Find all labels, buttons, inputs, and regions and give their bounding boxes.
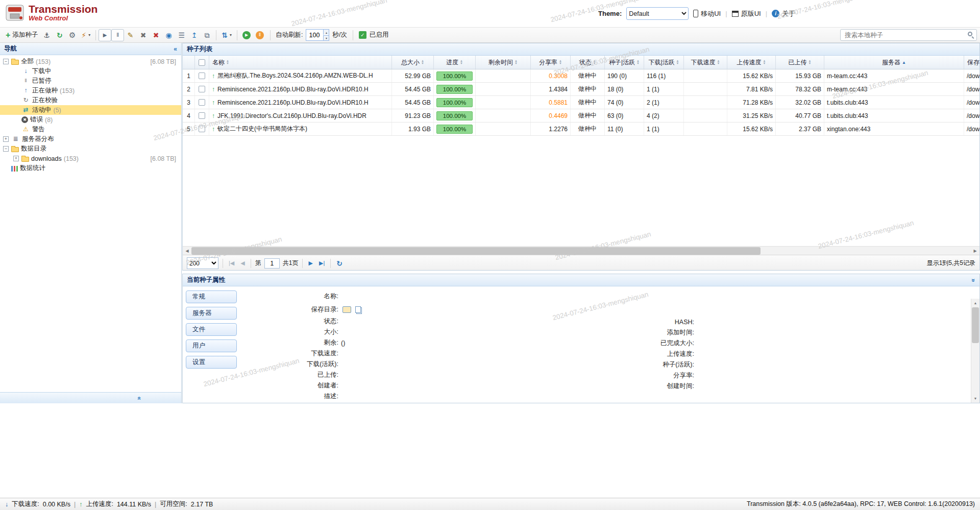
start-button[interactable]: ▶ xyxy=(99,29,111,41)
column-header-ul_speed[interactable]: 上传速度▲▼ xyxy=(727,56,776,69)
select-all-checkbox[interactable] xyxy=(199,59,205,66)
scroll-down-icon[interactable]: ▼ xyxy=(971,394,979,403)
search-icon[interactable] xyxy=(968,32,972,36)
row-checkbox[interactable] xyxy=(199,99,205,106)
sidebar-item-downloads[interactable]: +downloads(153)[6.08 TB] xyxy=(0,154,181,163)
sort-button[interactable]: ⇅▾ xyxy=(219,29,234,41)
sidebar-item-all[interactable]: −全部(153)[6.08 TB] xyxy=(0,57,181,66)
properties-tab-文件[interactable]: 文件 xyxy=(186,323,237,336)
vertical-scroll-thumb[interactable] xyxy=(972,307,979,343)
remove-data-button[interactable]: ✖ xyxy=(150,29,162,41)
connection-button[interactable]: ⚡▾ xyxy=(79,29,93,41)
open-directory-icon[interactable] xyxy=(342,306,351,313)
copy-button[interactable]: ⧉ xyxy=(201,29,213,41)
sidebar-item-active[interactable]: ⇄活动中(5) xyxy=(0,105,181,115)
tree-expander-icon[interactable]: + xyxy=(13,156,19,161)
spinner-up-icon[interactable]: ▴ xyxy=(323,30,329,35)
settings-button[interactable]: ⚙ xyxy=(66,29,79,41)
field-label: 上传速度: xyxy=(546,350,694,358)
properties-tab-设置[interactable]: 设置 xyxy=(186,356,237,369)
first-page-button[interactable]: |◀ xyxy=(227,259,236,268)
sidebar-item-downloading[interactable]: ↓下载中 xyxy=(0,66,181,76)
column-header-check[interactable] xyxy=(195,56,209,69)
announce-button[interactable]: ◉ xyxy=(162,29,175,41)
page-size-select[interactable]: 200 xyxy=(187,257,218,269)
torrent-row[interactable]: 3↑Reminiscence.2021.2160p.UHD.Blu-ray.Do… xyxy=(183,96,980,109)
column-header-dir[interactable]: 保存目录▲▼ xyxy=(964,56,980,69)
sort-icon: ⇅ xyxy=(222,32,228,39)
collapse-up-icon[interactable]: « xyxy=(136,397,143,400)
column-header-name[interactable]: 名称▲▼ xyxy=(209,56,392,69)
refresh-list-button[interactable]: ↻ xyxy=(335,258,344,269)
queue-top-button[interactable]: ↥ xyxy=(188,29,201,41)
add-url-button[interactable]: ⚓ xyxy=(40,29,53,41)
torrent-row[interactable]: 1↑黑袍纠察队.The.Boys.2024.S04.2160p.AMZN.WEB… xyxy=(183,69,980,83)
remove-button[interactable]: ✖ xyxy=(137,29,150,41)
column-header-dl_speed[interactable]: 下载速度▲▼ xyxy=(684,56,727,69)
column-header-uploaded[interactable]: 已上传▲▼ xyxy=(776,56,824,69)
tree-expander-icon[interactable]: − xyxy=(3,59,9,64)
original-ui-button[interactable]: 原版UI xyxy=(732,9,761,18)
about-button[interactable]: i 关于 xyxy=(772,9,795,18)
scroll-right-icon[interactable]: ▶ xyxy=(971,247,979,255)
row-checkbox[interactable] xyxy=(199,86,205,92)
column-header-tracker[interactable]: 服务器▲ xyxy=(824,56,964,69)
mobile-ui-button[interactable]: 移动UI xyxy=(693,9,721,18)
start-all-button[interactable]: ▶ xyxy=(240,29,253,41)
column-header-status[interactable]: 状态▲▼ xyxy=(571,56,605,69)
properties-tab-服务器[interactable]: 服务器 xyxy=(186,307,237,320)
tree-expander-icon[interactable]: + xyxy=(3,136,9,142)
pause-all-button[interactable]: Ⅱ xyxy=(253,29,266,41)
torrent-row[interactable]: 4↑JFK.1991.Director's.Cut.2160p.UHD.Blu-… xyxy=(183,109,980,123)
column-header-num[interactable] xyxy=(183,56,195,69)
detail-button[interactable]: ☰ xyxy=(175,29,188,41)
row-checkbox[interactable] xyxy=(199,72,205,79)
column-header-peers[interactable]: 下载|活跃▲▼ xyxy=(644,56,684,69)
column-header-seeds[interactable]: 种子|活跃▲▼ xyxy=(605,56,644,69)
prev-page-button[interactable]: ◀ xyxy=(239,259,246,268)
sidebar-collapse-icon[interactable]: « xyxy=(174,45,177,53)
sidebar-item-servers[interactable]: +≣服务器分布 xyxy=(0,134,181,144)
sidebar-item-warning[interactable]: ⚠警告 xyxy=(0,125,181,134)
properties-tab-常规[interactable]: 常规 xyxy=(186,290,237,303)
column-header-ratio[interactable]: 分享率▲▼ xyxy=(531,56,571,69)
copy-path-icon[interactable] xyxy=(355,306,361,313)
sidebar-item-error[interactable]: ✖错误(8) xyxy=(0,115,181,125)
sidebar-item-statistics[interactable]: 数据统计 xyxy=(0,163,181,173)
sidebar-item-seeding[interactable]: ↑正在做种(153) xyxy=(0,86,181,95)
horizontal-scrollbar[interactable]: ◀ ▶ xyxy=(183,246,979,255)
field-label: 大小: xyxy=(236,328,338,336)
row-checkbox[interactable] xyxy=(199,112,205,119)
edit-button[interactable]: ✎ xyxy=(124,29,137,41)
column-header-progress[interactable]: 进度▲▼ xyxy=(434,56,476,69)
torrent-row[interactable]: 2↑Reminiscence.2021.2160p.UHD.Blu-ray.Do… xyxy=(183,83,980,96)
tree-expander-icon[interactable]: − xyxy=(3,146,9,152)
column-header-size[interactable]: 总大小▲▼ xyxy=(392,56,434,69)
next-page-button[interactable]: ▶ xyxy=(307,259,314,268)
sort-arrows-icon: ▲▼ xyxy=(636,60,640,65)
properties-collapse-icon[interactable]: » xyxy=(970,278,977,282)
pause-button[interactable]: Ⅱ xyxy=(111,29,124,41)
current-page-input[interactable] xyxy=(264,258,280,269)
scroll-up-icon[interactable]: ▲ xyxy=(971,299,979,307)
auto-refresh-group: 自动刷新: ▴ ▾ 秒/次 ✓ 已启用 xyxy=(276,29,388,41)
add-torrent-button[interactable]: +添加种子 xyxy=(3,29,40,41)
torrent-name: Reminiscence.2021.2160p.UHD.Blu-ray.DoVi… xyxy=(217,99,369,106)
sidebar-item-paused[interactable]: Ⅱ已暂停 xyxy=(0,76,181,86)
horizontal-scroll-thumb[interactable] xyxy=(191,247,761,255)
theme-select[interactable]: Default xyxy=(626,7,689,20)
search-input[interactable] xyxy=(840,29,977,41)
vertical-scrollbar[interactable]: ▲ ▼ xyxy=(971,299,979,403)
sidebar-item-folders[interactable]: −数据目录 xyxy=(0,144,181,154)
reload-button[interactable]: ↻ xyxy=(53,29,66,41)
torrent-row[interactable]: 5↑钦定二十四史(中华书局简体字本)1.93 GB100.00%1.2276做种… xyxy=(183,123,980,136)
scroll-left-icon[interactable]: ◀ xyxy=(183,247,191,255)
cell-dl_speed xyxy=(684,83,727,95)
row-checkbox[interactable] xyxy=(199,126,205,132)
last-page-button[interactable]: ▶| xyxy=(317,259,326,268)
properties-tab-用户[interactable]: 用户 xyxy=(186,339,237,352)
enabled-check-icon[interactable]: ✓ xyxy=(359,31,366,39)
spinner-down-icon[interactable]: ▾ xyxy=(323,35,329,40)
sidebar-item-checking[interactable]: ↻正在校验 xyxy=(0,95,181,105)
column-header-eta[interactable]: 剩余时间▲▼ xyxy=(476,56,531,69)
